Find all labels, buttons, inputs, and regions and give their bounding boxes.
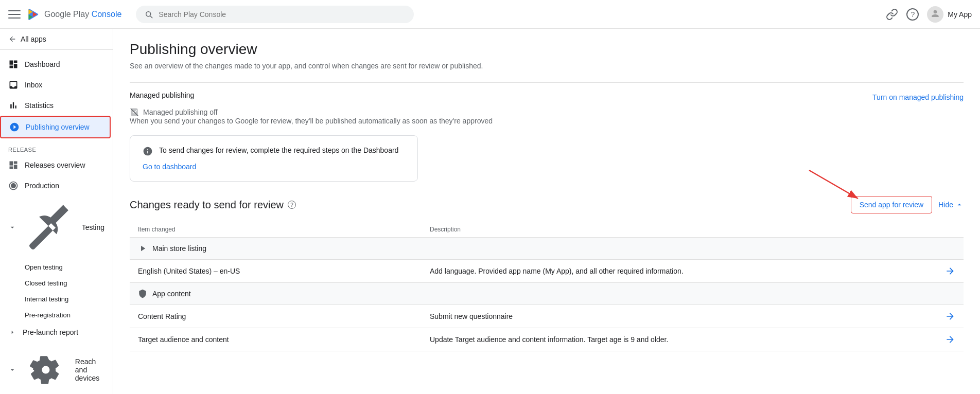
sidebar-item-pre-registration[interactable]: Pre-registration <box>0 307 113 323</box>
testing-label: Testing <box>82 223 104 231</box>
search-box[interactable] <box>136 6 414 23</box>
row-arrow-icon[interactable] <box>945 266 955 276</box>
go-to-dashboard-link[interactable]: Go to dashboard <box>143 163 405 171</box>
search-icon <box>144 10 153 19</box>
chevron-up-icon <box>955 201 964 209</box>
topbar: Google Play Console ? My App <box>0 0 980 29</box>
sidebar-item-internal-testing[interactable]: Internal testing <box>0 291 113 307</box>
divider-1 <box>130 82 964 83</box>
row-arrow-icon-2[interactable] <box>945 311 955 321</box>
sidebar-item-dashboard[interactable]: Dashboard <box>0 54 109 75</box>
release-section-title: Release <box>0 142 113 155</box>
item-content-rating: Content Rating <box>130 305 422 328</box>
sidebar-reach-devices-expandable[interactable]: Reach and devices <box>0 342 113 394</box>
col-item-changed: Item changed <box>130 222 422 238</box>
table-header: Item changed Description <box>130 222 964 238</box>
testing-icon <box>23 201 76 254</box>
sidebar-item-inbox[interactable]: Inbox <box>0 75 109 95</box>
sidebar-item-releases-overview[interactable]: Releases overview <box>0 155 109 175</box>
item-en-us: English (United States) – en-US <box>130 260 422 283</box>
managed-row: Managed publishing Turn on managed publi… <box>130 91 964 103</box>
hide-button[interactable]: Hide <box>938 201 964 209</box>
sidebar: All apps Dashboard Inbox Statistics Publ… <box>0 29 113 394</box>
search-container <box>136 6 414 23</box>
table-row: App content <box>130 283 964 305</box>
table-row: English (United States) – en-US Add lang… <box>130 260 964 283</box>
managed-publishing-off-icon <box>130 108 139 117</box>
chevron-down-icon-2 <box>8 366 16 374</box>
sidebar-item-statistics[interactable]: Statistics <box>0 95 109 116</box>
row-arrow-icon-3[interactable] <box>945 334 955 345</box>
publishing-overview-label: Publishing overview <box>26 123 90 131</box>
dashboard-icon <box>8 59 19 69</box>
svg-line-2 <box>809 170 858 199</box>
publishing-icon <box>9 122 20 132</box>
open-testing-label: Open testing <box>25 263 63 271</box>
releases-overview-label: Releases overview <box>25 161 85 169</box>
main-store-listing-row: Main store listing <box>138 244 955 253</box>
sidebar-item-closed-testing[interactable]: Closed testing <box>0 275 113 291</box>
play-logo-icon <box>27 7 41 22</box>
info-box-row: To send changes for review, complete the… <box>143 146 405 156</box>
turn-on-managed-publishing-link[interactable]: Turn on managed publishing <box>872 93 964 101</box>
page-title: Publishing overview <box>130 41 964 58</box>
inbox-icon <box>8 80 19 90</box>
dashboard-label: Dashboard <box>25 60 60 68</box>
account-section[interactable]: My App <box>927 6 972 23</box>
sidebar-testing-expandable[interactable]: Testing <box>0 196 113 259</box>
releases-icon <box>8 160 19 170</box>
table-row: Target audience and content Update Targe… <box>130 328 964 351</box>
link-icon[interactable] <box>886 8 898 21</box>
production-icon <box>8 181 19 191</box>
desc-en-us: Add language. Provided app name (My App)… <box>422 260 964 283</box>
managed-status-text: Managed publishing off <box>143 108 218 116</box>
search-input[interactable] <box>159 10 406 19</box>
sidebar-item-publishing-overview[interactable]: Publishing overview <box>0 116 111 138</box>
help-circle-icon: ? <box>288 201 296 209</box>
account-name: My App <box>948 10 972 19</box>
pre-launch-label: Pre-launch report <box>23 328 78 336</box>
menu-icon[interactable] <box>8 8 21 21</box>
col-description: Description <box>422 222 964 238</box>
managed-publishing-section: Managed publishing Turn on managed publi… <box>130 91 964 125</box>
back-arrow-icon <box>8 35 16 43</box>
managed-desc: When you send your changes to Google for… <box>130 117 964 125</box>
desc-content-rating: Submit new questionnaire <box>422 305 964 328</box>
item-target-audience: Target audience and content <box>130 328 422 351</box>
changes-actions: Send app for review Hide <box>851 196 964 213</box>
help-icon[interactable]: ? <box>906 8 919 21</box>
sidebar-item-open-testing[interactable]: Open testing <box>0 259 113 275</box>
pre-registration-label: Pre-registration <box>25 311 71 319</box>
logo-text: Google Play Console <box>44 10 121 19</box>
play-triangle-icon <box>138 244 147 253</box>
page-subtitle: See an overview of the changes made to y… <box>130 62 964 70</box>
changes-table: Item changed Description Main store list… <box>130 222 964 351</box>
shield-icon <box>138 289 147 298</box>
chevron-down-icon <box>8 223 16 231</box>
sidebar-pre-launch-expandable[interactable]: Pre-launch report <box>0 323 113 342</box>
statistics-icon <box>8 100 19 111</box>
desc-target-audience: Update Target audience and content infor… <box>422 328 964 351</box>
all-apps-link[interactable]: All apps <box>0 29 113 50</box>
production-label: Production <box>25 182 59 190</box>
app-content-row: App content <box>138 289 955 298</box>
all-apps-label: All apps <box>21 35 46 43</box>
managed-status-row: Managed publishing off <box>130 108 964 117</box>
table-body: Main store listing English (United State… <box>130 238 964 351</box>
avatar <box>927 6 943 23</box>
statistics-label: Statistics <box>25 101 54 110</box>
managed-publishing-title: Managed publishing <box>130 91 194 99</box>
sidebar-item-production[interactable]: Production <box>0 175 109 196</box>
table-row: Main store listing <box>130 238 964 260</box>
closed-testing-label: Closed testing <box>25 279 67 287</box>
main-content: Publishing overview See an overview of t… <box>113 29 980 394</box>
reach-icon <box>23 347 69 393</box>
internal-testing-label: Internal testing <box>25 295 68 303</box>
topbar-right: ? My App <box>886 6 972 23</box>
table-row: Content Rating Submit new questionnaire <box>130 305 964 328</box>
changes-header: Changes ready to send for review ? Send … <box>130 196 964 213</box>
changes-title: Changes ready to send for review ? <box>130 199 296 211</box>
info-box-text: To send changes for review, complete the… <box>159 146 398 154</box>
send-app-for-review-button[interactable]: Send app for review <box>851 196 933 213</box>
inbox-label: Inbox <box>25 81 42 89</box>
